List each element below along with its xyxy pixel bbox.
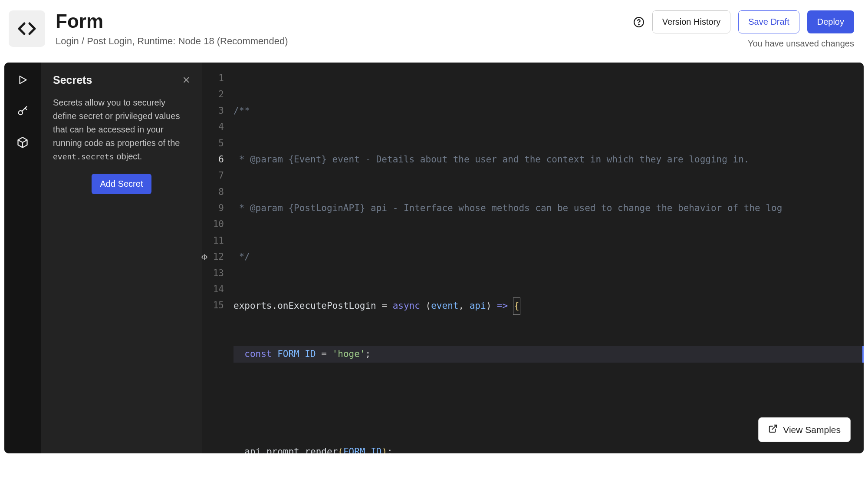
run-icon[interactable]: [16, 73, 30, 87]
add-secret-button[interactable]: Add Secret: [92, 174, 152, 194]
external-link-icon: [768, 424, 778, 436]
code-icon: [9, 10, 45, 47]
package-icon[interactable]: [16, 135, 30, 149]
header-title-block: Form Login / Post Login, Runtime: Node 1…: [56, 10, 623, 47]
key-icon[interactable]: [16, 104, 30, 118]
save-draft-button[interactable]: Save Draft: [738, 10, 799, 33]
header: Form Login / Post Login, Runtime: Node 1…: [0, 0, 868, 59]
code-editor[interactable]: 1 2 3 4 5 6 7 8 9 10 11 12 13 14 15 /** …: [202, 63, 864, 453]
deploy-button[interactable]: Deploy: [807, 10, 854, 33]
secrets-panel: Secrets ✕ Secrets allow you to securely …: [41, 63, 202, 453]
page-subtitle: Login / Post Login, Runtime: Node 18 (Re…: [56, 36, 623, 47]
page-title: Form: [56, 10, 623, 32]
svg-line-4: [772, 425, 776, 429]
resize-handle-icon[interactable]: [201, 253, 208, 263]
version-history-button[interactable]: Version History: [652, 10, 731, 33]
panel-description: Secrets allow you to securely define sec…: [53, 96, 190, 163]
workspace: Secrets ✕ Secrets allow you to securely …: [4, 63, 864, 453]
panel-title: Secrets: [53, 74, 92, 86]
svg-marker-2: [20, 76, 26, 83]
svg-point-1: [638, 24, 639, 25]
view-samples-button[interactable]: View Samples: [758, 417, 851, 442]
close-icon[interactable]: ✕: [182, 75, 190, 86]
sidebar-rail: [4, 63, 41, 453]
unsaved-changes-label: You have unsaved changes: [748, 39, 854, 49]
code-content[interactable]: /** * @param {Event} event - Details abo…: [230, 63, 864, 453]
header-actions: Version History Save Draft Deploy You ha…: [633, 10, 854, 49]
help-icon[interactable]: [633, 17, 644, 28]
header-buttons: Version History Save Draft Deploy: [633, 10, 854, 33]
line-gutter: 1 2 3 4 5 6 7 8 9 10 11 12 13 14 15: [202, 63, 230, 314]
